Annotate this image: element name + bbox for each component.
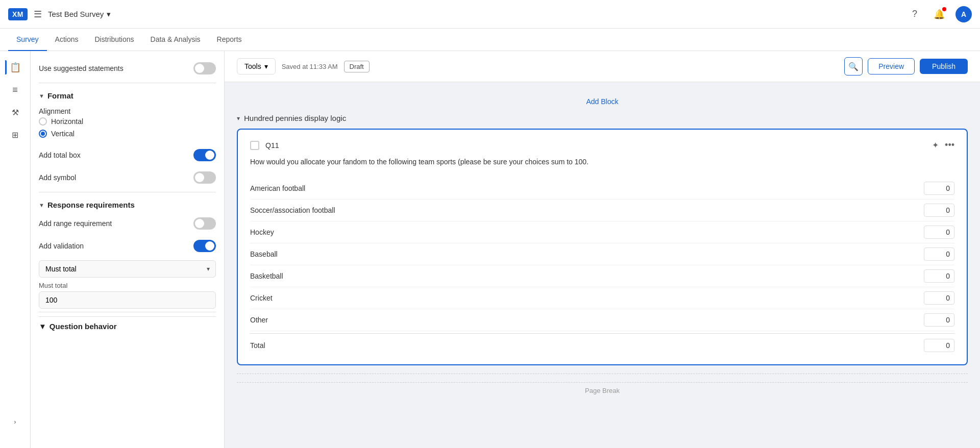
block-chevron-icon[interactable]: ▾ xyxy=(237,115,240,122)
choice-input-3[interactable] xyxy=(924,247,954,261)
hamburger-icon[interactable]: ☰ xyxy=(34,9,42,20)
question-actions: ✦ ••• xyxy=(932,140,954,151)
question-behavior-section-header[interactable]: ▼ Question behavior xyxy=(39,316,216,334)
sidebar-icon-table[interactable]: ⊞ xyxy=(5,125,26,145)
must-total-select[interactable]: Must total Must be less than Must be gre… xyxy=(39,260,216,278)
format-section-header[interactable]: ▼ Format xyxy=(39,86,216,103)
alignment-horizontal-option[interactable]: Horizontal xyxy=(39,115,216,128)
publish-button[interactable]: Publish xyxy=(920,59,968,74)
page-break-label: Page Break xyxy=(237,382,968,394)
question-id: Q11 xyxy=(265,141,279,150)
question-behavior-label: Question behavior xyxy=(50,322,117,331)
response-requirements-header[interactable]: ▼ Response requirements xyxy=(39,195,216,212)
top-bar-right: ? 🔔 A xyxy=(906,6,972,22)
total-label: Total xyxy=(250,341,265,350)
main-layout: 📋 ≡ ⚒ ⊞ › Use suggested statements xyxy=(31,51,980,448)
choice-row-0: American football xyxy=(250,178,954,200)
format-label: Format xyxy=(47,91,74,100)
tab-reports[interactable]: Reports xyxy=(209,29,250,51)
avatar[interactable]: A xyxy=(955,6,972,22)
use-suggested-label: Use suggested statements xyxy=(39,64,124,72)
vertical-label: Vertical xyxy=(51,130,75,138)
toolbar-right: 🔍 Preview Publish xyxy=(844,57,968,76)
choice-row-6: Other xyxy=(250,309,954,331)
choice-input-6[interactable] xyxy=(924,313,954,327)
add-validation-row: Add validation xyxy=(39,235,216,257)
choices-table: American football Soccer/association foo… xyxy=(250,178,954,354)
choice-label-6: Other xyxy=(250,316,268,324)
saved-text: Saved at 11:33 AM xyxy=(282,63,338,70)
alignment-vertical-option[interactable]: Vertical xyxy=(39,128,216,140)
tab-actions[interactable]: Actions xyxy=(47,29,87,51)
response-req-arrow-icon: ▼ xyxy=(39,202,44,208)
total-row: Total xyxy=(250,333,954,354)
choice-input-5[interactable] xyxy=(924,291,954,305)
survey-title-button[interactable]: Test Bed Survey ▾ xyxy=(48,10,111,19)
question-card: Q11 ✦ ••• How would you allocate your fa… xyxy=(237,129,968,365)
add-total-box-slider xyxy=(193,149,216,161)
notification-dot xyxy=(942,7,946,11)
sidebar-icon-tools[interactable]: ⚒ xyxy=(5,102,26,122)
expand-icon: › xyxy=(14,418,16,426)
response-requirements-label: Response requirements xyxy=(47,201,135,209)
search-icon: 🔍 xyxy=(848,62,859,71)
question-behavior-arrow-icon: ▼ xyxy=(39,322,46,331)
must-total-value-input[interactable] xyxy=(39,291,216,309)
choice-label-2: Hockey xyxy=(250,228,274,236)
choice-row-4: Basketball xyxy=(250,265,954,287)
sidebar-active-indicator xyxy=(5,60,7,74)
sidebar-icon-list[interactable]: ≡ xyxy=(5,80,26,100)
add-total-box-toggle[interactable] xyxy=(193,149,216,161)
must-total-value-label: Must total xyxy=(39,282,216,289)
vertical-radio[interactable] xyxy=(39,130,47,138)
more-options-icon[interactable]: ••• xyxy=(945,140,954,151)
add-total-box-row: Add total box xyxy=(39,144,216,166)
vertical-radio-dot xyxy=(41,132,45,136)
sidebar-icon-survey[interactable]: 📋 xyxy=(5,57,26,78)
xm-logo: XM xyxy=(8,8,28,20)
horizontal-radio[interactable] xyxy=(39,117,47,126)
use-suggested-toggle[interactable] xyxy=(193,62,216,74)
draft-badge: Draft xyxy=(344,61,370,72)
tab-survey[interactable]: Survey xyxy=(8,29,47,51)
table-sidebar-icon: ⊞ xyxy=(12,130,18,140)
star-icon[interactable]: ✦ xyxy=(932,140,939,150)
add-range-toggle[interactable] xyxy=(193,217,216,230)
add-validation-slider xyxy=(193,240,216,252)
survey-content: Add Block ▾ Hundred pennies display logi… xyxy=(225,82,980,413)
notification-button[interactable]: 🔔 xyxy=(931,6,947,22)
tabs-bar: Survey Actions Distributions Data & Anal… xyxy=(0,29,980,51)
alignment-label: Alignment xyxy=(39,107,216,115)
tools-button[interactable]: Tools ▾ xyxy=(237,58,276,74)
tools-label: Tools xyxy=(244,62,261,70)
content-area: Tools ▾ Saved at 11:33 AM Draft 🔍 Previe… xyxy=(225,51,980,448)
add-symbol-toggle[interactable] xyxy=(193,171,216,184)
divider-3 xyxy=(39,312,216,312)
list-sidebar-icon: ≡ xyxy=(12,85,18,95)
total-input[interactable] xyxy=(924,339,954,352)
tab-data-analysis[interactable]: Data & Analysis xyxy=(142,29,209,51)
survey-title-text: Test Bed Survey xyxy=(48,10,104,18)
question-card-header: Q11 ✦ ••• xyxy=(250,140,954,151)
tab-distributions[interactable]: Distributions xyxy=(87,29,142,51)
question-checkbox[interactable] xyxy=(250,141,259,150)
page-break-row: Page Break xyxy=(237,374,968,403)
add-symbol-label: Add symbol xyxy=(39,173,76,182)
use-suggested-row: Use suggested statements xyxy=(39,57,216,80)
preview-button[interactable]: Preview xyxy=(868,58,915,74)
add-block-row: Add Block xyxy=(237,92,968,114)
help-button[interactable]: ? xyxy=(906,6,923,22)
add-block-button[interactable]: Add Block xyxy=(586,97,618,106)
add-validation-toggle[interactable] xyxy=(193,240,216,252)
choice-row-1: Soccer/association football xyxy=(250,200,954,221)
choice-input-2[interactable] xyxy=(924,226,954,239)
choice-label-0: American football xyxy=(250,184,305,192)
sidebar-expand-button[interactable]: › xyxy=(5,411,26,432)
choice-input-0[interactable] xyxy=(924,182,954,195)
choice-input-1[interactable] xyxy=(924,204,954,217)
search-button[interactable]: 🔍 xyxy=(844,57,863,76)
add-validation-label: Add validation xyxy=(39,242,84,250)
choice-input-4[interactable] xyxy=(924,269,954,283)
divider-2 xyxy=(39,192,216,192)
choice-row-5: Cricket xyxy=(250,287,954,309)
